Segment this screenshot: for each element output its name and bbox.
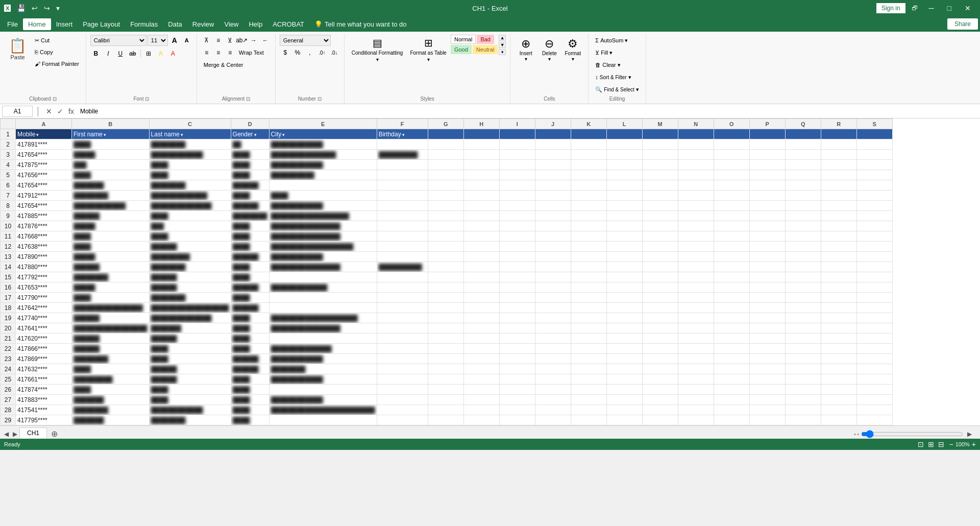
cell-3-L[interactable] xyxy=(606,150,642,160)
cell-29-M[interactable] xyxy=(642,415,678,425)
redo-button[interactable]: ↪ xyxy=(42,3,52,13)
cell-25-N[interactable] xyxy=(678,374,714,385)
header-cell-0[interactable]: Mobile▾ xyxy=(16,129,72,139)
cell-4-F[interactable] xyxy=(377,160,428,170)
cell-3-O[interactable] xyxy=(714,150,749,160)
cell-11-K[interactable] xyxy=(571,231,606,242)
cell-10-S[interactable] xyxy=(856,221,892,231)
cell-3-F[interactable]: █████████ xyxy=(377,150,428,160)
cell-2-R[interactable] xyxy=(821,139,856,150)
cell-11-I[interactable] xyxy=(499,231,535,242)
cell-10-B[interactable]: █████ xyxy=(72,221,150,231)
cell-29-C[interactable]: ████████ xyxy=(149,415,231,425)
col-header-F[interactable]: F xyxy=(377,119,428,129)
cell-6-G[interactable] xyxy=(428,180,463,190)
cell-22-B[interactable]: ██████ xyxy=(72,344,150,354)
cell-18-B[interactable]: ████████████████ xyxy=(72,303,150,313)
cell-3-N[interactable] xyxy=(678,150,714,160)
cell-13-D[interactable]: ██████ xyxy=(231,252,269,262)
cell-18-G[interactable] xyxy=(428,303,463,313)
cell-9-C[interactable]: ████ xyxy=(149,211,231,221)
cell-23-E[interactable]: ████████████ xyxy=(269,354,377,364)
cell-26-H[interactable] xyxy=(463,385,499,395)
cell-10-M[interactable] xyxy=(642,221,678,231)
cell-11-G[interactable] xyxy=(428,231,463,242)
cell-16-K[interactable] xyxy=(571,282,606,293)
bottom-align-button[interactable]: ⊻ xyxy=(225,35,236,46)
cell-15-P[interactable] xyxy=(749,272,785,282)
cell-22-O[interactable] xyxy=(714,344,749,354)
cell-3-Q[interactable] xyxy=(785,150,821,160)
normal-view-button[interactable]: ⊡ xyxy=(916,440,925,448)
cell-28-M[interactable] xyxy=(642,405,678,415)
cell-27-H[interactable] xyxy=(463,395,499,405)
cell-15-I[interactable] xyxy=(499,272,535,282)
cell-14-P[interactable] xyxy=(749,262,785,272)
clipboard-expand-icon[interactable]: ⊡ xyxy=(53,96,57,102)
cell-8-A[interactable]: 417654**** xyxy=(16,201,72,211)
borders-button[interactable]: ⊞ xyxy=(143,48,154,59)
cell-15-S[interactable] xyxy=(856,272,892,282)
cell-25-S[interactable] xyxy=(856,374,892,385)
cell-16-L[interactable] xyxy=(606,282,642,293)
cell-5-G[interactable] xyxy=(428,170,463,180)
cell-18-M[interactable] xyxy=(642,303,678,313)
cell-10-D[interactable]: ████ xyxy=(231,221,269,231)
cell-13-E[interactable]: ████████████ xyxy=(269,252,377,262)
clear-button[interactable]: 🗑 Clear ▾ xyxy=(593,59,623,70)
scroll-right-button[interactable]: ▶ xyxy=(965,429,974,439)
cell-29-S[interactable] xyxy=(856,415,892,425)
underline-button[interactable]: U xyxy=(115,48,126,59)
cell-16-H[interactable] xyxy=(463,282,499,293)
cell-25-B[interactable]: █████████ xyxy=(72,374,150,385)
cell-18-I[interactable] xyxy=(499,303,535,313)
cell-12-C[interactable]: ██████ xyxy=(149,242,231,252)
cell-27-P[interactable] xyxy=(749,395,785,405)
cell-22-L[interactable] xyxy=(606,344,642,354)
cell-27-M[interactable] xyxy=(642,395,678,405)
format-button[interactable]: ⚙ Format ▾ xyxy=(561,35,584,64)
cell-18-L[interactable] xyxy=(606,303,642,313)
cell-6-F[interactable] xyxy=(377,180,428,190)
cell-27-F[interactable] xyxy=(377,395,428,405)
cell-9-G[interactable] xyxy=(428,211,463,221)
cell-4-H[interactable] xyxy=(463,160,499,170)
number-format-select[interactable]: General xyxy=(280,35,331,46)
cell-6-E[interactable] xyxy=(269,180,377,190)
cell-20-A[interactable]: 417641**** xyxy=(16,323,72,333)
font-size-select[interactable]: 11 xyxy=(148,35,168,46)
cell-14-B[interactable]: ██████ xyxy=(72,262,150,272)
styles-scroll-more[interactable]: ▾ xyxy=(499,49,506,55)
cell-12-F[interactable] xyxy=(377,242,428,252)
cell-17-N[interactable] xyxy=(678,293,714,303)
cell-7-R[interactable] xyxy=(821,190,856,201)
cell-13-G[interactable] xyxy=(428,252,463,262)
cell-20-N[interactable] xyxy=(678,323,714,333)
cut-button[interactable]: ✂ Cut xyxy=(32,35,82,46)
cell-23-A[interactable]: 417869**** xyxy=(16,354,72,364)
cell-12-J[interactable] xyxy=(535,242,571,252)
cell-28-A[interactable]: 417541**** xyxy=(16,405,72,415)
cell-12-K[interactable] xyxy=(571,242,606,252)
cell-15-J[interactable] xyxy=(535,272,571,282)
cell-29-F[interactable] xyxy=(377,415,428,425)
cell-26-F[interactable] xyxy=(377,385,428,395)
find-select-button[interactable]: 🔍 Find & Select ▾ xyxy=(593,84,641,95)
cell-2-M[interactable] xyxy=(642,139,678,150)
header-cell-4[interactable]: City▾ xyxy=(269,129,377,139)
cell-10-H[interactable] xyxy=(463,221,499,231)
cell-3-G[interactable] xyxy=(428,150,463,160)
cell-8-C[interactable]: ██████████████ xyxy=(149,201,231,211)
cell-15-K[interactable] xyxy=(571,272,606,282)
cell-25-A[interactable]: 417661**** xyxy=(16,374,72,385)
cell-14-K[interactable] xyxy=(571,262,606,272)
insert-function-button[interactable]: fx xyxy=(66,106,76,116)
col-header-H[interactable]: H xyxy=(463,119,499,129)
cell-12-A[interactable]: 417638**** xyxy=(16,242,72,252)
cell-24-C[interactable]: ██████ xyxy=(149,364,231,374)
cell-27-C[interactable]: ████ xyxy=(149,395,231,405)
cell-20-Q[interactable] xyxy=(785,323,821,333)
decrease-decimal-button[interactable]: .0↓ xyxy=(329,47,340,58)
cell-9-E[interactable]: ██████████████████ xyxy=(269,211,377,221)
cell-21-G[interactable] xyxy=(428,333,463,344)
